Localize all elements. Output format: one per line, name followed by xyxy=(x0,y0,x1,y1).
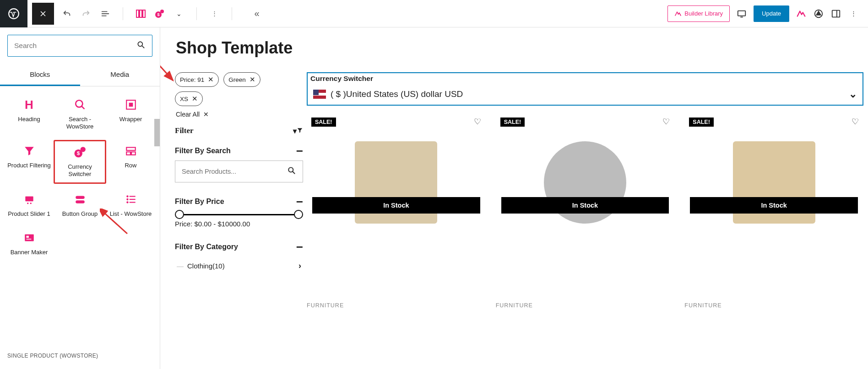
sidebar-toggle-icon[interactable] xyxy=(830,8,841,19)
funnel-icon[interactable]: ▾ xyxy=(293,127,303,135)
wowstore-icon[interactable] xyxy=(796,8,807,19)
block-button-group[interactable]: Button Group xyxy=(54,192,105,218)
block-search-input[interactable] xyxy=(14,42,136,50)
filter-chip-green[interactable]: Green✕ xyxy=(223,72,260,87)
columns-icon[interactable] xyxy=(135,8,146,19)
list-icon xyxy=(124,192,138,207)
filter-section-label: Filter By Category xyxy=(175,243,238,251)
filter-heading-label: Filter xyxy=(175,126,194,135)
filter-chip-xs[interactable]: XS✕ xyxy=(175,91,203,106)
svg-rect-20 xyxy=(25,197,33,202)
sidebar-scrollbar[interactable] xyxy=(154,119,160,146)
filter-by-category-header[interactable]: Filter By Category − xyxy=(175,243,303,251)
svg-rect-7 xyxy=(738,11,746,16)
currency-dropdown[interactable]: ( $ )United States (US) dollar USD ⌄ xyxy=(308,86,863,105)
product-category: FURNITURE xyxy=(307,302,486,309)
document-overview-icon[interactable] xyxy=(100,8,111,19)
collapse-icon[interactable]: − xyxy=(296,199,303,205)
block-search-wowstore[interactable]: Search - WowStore xyxy=(54,97,105,131)
more-vertical-icon[interactable]: ⋮ xyxy=(848,8,859,19)
sale-badge: SALE! xyxy=(311,118,336,127)
block-banner-maker[interactable]: Banner Maker xyxy=(4,230,54,256)
product-image xyxy=(307,114,486,251)
tab-blocks[interactable]: Blocks xyxy=(0,64,80,86)
tab-media[interactable]: Media xyxy=(80,64,160,86)
price-slider-min-handle[interactable] xyxy=(175,210,184,219)
view-devices-icon[interactable] xyxy=(736,8,747,19)
filter-sidebar: Price: 91✕ Green✕ XS✕ Clear All✕ Filter … xyxy=(169,66,307,309)
svg-point-0 xyxy=(9,9,19,19)
svg-rect-33 xyxy=(26,239,31,240)
price-slider[interactable] xyxy=(179,214,299,215)
currency-switcher-block[interactable]: Currency Switcher ( $ )United States (US… xyxy=(307,72,863,106)
toolbar-chevron-down-icon[interactable]: ⌄ xyxy=(174,8,184,19)
svg-text:$: $ xyxy=(157,12,159,17)
close-icon[interactable]: ✕ xyxy=(208,75,214,84)
product-card[interactable]: SALE! ♡ In Stock FURNITURE xyxy=(307,114,486,309)
search-placeholder: Search Products... xyxy=(182,168,236,175)
close-icon[interactable]: ✕ xyxy=(192,95,198,103)
editor-topbar: $ ⌄ ⋮ « Builder Library Update ⋮ xyxy=(0,0,868,27)
price-slider-max-handle[interactable] xyxy=(294,210,303,219)
chevron-down-icon[interactable]: ⌄ xyxy=(849,88,857,100)
svg-rect-19 xyxy=(131,152,136,155)
inserter-tabs: Blocks Media xyxy=(0,64,160,86)
wordpress-logo[interactable] xyxy=(0,0,27,27)
more-options-icon[interactable]: ⋮ xyxy=(209,8,220,19)
row-icon xyxy=(124,144,138,158)
chip-label: Price: 91 xyxy=(180,76,204,83)
search-icon[interactable] xyxy=(287,166,296,177)
svg-rect-13 xyxy=(129,103,133,107)
block-wrapper[interactable]: Wrapper xyxy=(105,97,156,131)
filter-by-search-header[interactable]: Filter By Search − xyxy=(175,147,303,155)
svg-rect-17 xyxy=(126,147,136,150)
plugin-icon[interactable] xyxy=(813,8,824,19)
stock-label: In Stock xyxy=(312,197,480,214)
toolbar-separator xyxy=(232,7,232,20)
block-product-slider[interactable]: Product Slider 1 xyxy=(4,192,54,218)
filter-chip-price[interactable]: Price: 91✕ xyxy=(175,72,219,87)
clear-all-filters[interactable]: Clear All✕ xyxy=(176,111,303,118)
page-title[interactable]: Shop Template xyxy=(160,27,868,66)
category-item-clothing[interactable]: —Clothing(10) › xyxy=(175,257,303,275)
block-label: Currency Switcher xyxy=(56,163,104,178)
close-icon[interactable]: ✕ xyxy=(250,75,255,84)
wishlist-icon[interactable]: ♡ xyxy=(474,117,481,127)
svg-rect-9 xyxy=(832,10,840,17)
redo-icon[interactable] xyxy=(81,8,92,19)
block-heading[interactable]: H Heading xyxy=(4,97,54,131)
collapse-icon[interactable]: − xyxy=(296,244,303,250)
svg-point-25 xyxy=(126,195,128,197)
close-inserter-button[interactable] xyxy=(32,3,54,25)
collapse-panel-icon[interactable]: « xyxy=(251,8,262,19)
block-row[interactable]: Row xyxy=(105,144,156,180)
block-product-filtering[interactable]: Product Filtering xyxy=(4,144,54,180)
block-inserter-panel: Blocks Media H Heading Search - WowStore… xyxy=(0,27,160,369)
product-image xyxy=(684,114,863,251)
svg-rect-30 xyxy=(129,202,135,203)
stock-label: In Stock xyxy=(501,197,669,214)
products-area: Currency Switcher ( $ )United States (US… xyxy=(307,66,868,309)
price-range-text: Price: $0.00 - $10000.00 xyxy=(175,220,303,228)
svg-text:$: $ xyxy=(77,150,80,156)
collapse-icon[interactable]: − xyxy=(296,148,303,154)
update-button[interactable]: Update xyxy=(754,5,789,22)
block-list-wowstore[interactable]: List - WowStore xyxy=(105,192,156,218)
filter-by-price-header[interactable]: Filter By Price − xyxy=(175,198,303,206)
wishlist-icon[interactable]: ♡ xyxy=(662,117,670,127)
product-card[interactable]: SALE! ♡ In Stock FURNITURE xyxy=(684,114,863,309)
filter-search-input[interactable]: Search Products... xyxy=(175,160,303,182)
undo-icon[interactable] xyxy=(61,8,72,19)
wrapper-icon xyxy=(124,97,138,112)
product-card[interactable]: SALE! ♡ In Stock FURNITURE xyxy=(496,114,675,309)
block-currency-switcher[interactable]: $ Currency Switcher xyxy=(54,140,106,184)
slider-icon xyxy=(22,192,37,207)
builder-library-button[interactable]: Builder Library xyxy=(667,5,730,22)
wishlist-icon[interactable]: ♡ xyxy=(852,117,859,127)
currency-block-title: Currency Switcher xyxy=(308,73,863,86)
block-search-field[interactable] xyxy=(7,35,152,57)
sale-badge: SALE! xyxy=(689,118,714,127)
currency-block-icon[interactable]: $ xyxy=(154,8,165,19)
svg-rect-28 xyxy=(129,199,135,200)
close-icon: ✕ xyxy=(203,111,209,118)
